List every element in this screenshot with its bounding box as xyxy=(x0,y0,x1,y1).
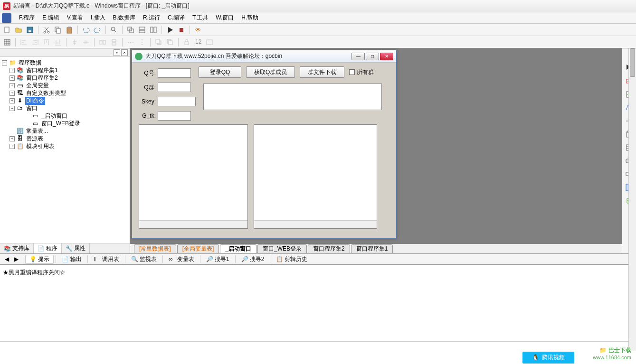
align-left-button[interactable] xyxy=(19,37,29,47)
expander-icon[interactable]: + xyxy=(9,75,15,81)
align-right-button[interactable] xyxy=(30,37,40,47)
cut-button[interactable] xyxy=(41,25,52,35)
dtab-progset1[interactable]: 窗口程序集1 xyxy=(351,244,393,253)
open-file-button[interactable] xyxy=(13,25,24,35)
btab-calltable[interactable]: ⫴调用表 xyxy=(90,255,123,263)
find-button[interactable] xyxy=(109,25,119,35)
tencent-video-button[interactable]: 🐧 腾讯视频 xyxy=(522,352,574,364)
expander-icon[interactable]: + xyxy=(9,83,15,88)
dtab-global[interactable]: [全局变量表] xyxy=(177,244,219,253)
window-tile-v-button[interactable] xyxy=(148,25,159,35)
lock-button[interactable] xyxy=(181,37,192,47)
nav-prev-button[interactable]: ◀ xyxy=(2,254,11,264)
expander-icon[interactable]: + xyxy=(9,91,15,96)
paste-button[interactable] xyxy=(64,25,75,35)
dtab-start-window[interactable]: _启动窗口 xyxy=(220,244,256,253)
tree-item-start-window[interactable]: ▭ _启动窗口 xyxy=(2,112,128,120)
project-tree[interactable]: − 📁 程序数据 + 📚 窗口程序集1 + 📚 窗口程序集2 + 🗃 全局变量 … xyxy=(0,57,130,243)
dtab-progset2[interactable]: 窗口程序集2 xyxy=(308,244,350,253)
dtab-const[interactable]: [常里数据表] xyxy=(134,244,176,253)
menu-run[interactable]: R.运行 xyxy=(139,13,164,23)
tree-item-dll[interactable]: + ⬇ Dll命令 xyxy=(2,97,128,104)
distribute-h-button[interactable] xyxy=(125,37,136,47)
debug-button[interactable]: 👁 xyxy=(193,25,203,35)
expander-icon[interactable]: + xyxy=(9,98,15,103)
tree-item-web-login[interactable]: ▭ 窗口_WEB登录 xyxy=(2,120,128,127)
window-cascade-button[interactable] xyxy=(125,25,136,35)
expander-icon[interactable]: + xyxy=(9,144,15,149)
center-h-button[interactable] xyxy=(69,37,80,47)
all-groups-checkbox[interactable] xyxy=(349,69,355,75)
new-file-button[interactable] xyxy=(2,25,12,35)
expander-icon[interactable]: − xyxy=(9,106,15,111)
send-back-button[interactable] xyxy=(165,37,175,47)
tree-item-progset1[interactable]: + 📚 窗口程序集1 xyxy=(2,66,128,74)
menu-insert[interactable]: I.插入 xyxy=(87,13,109,23)
redo-button[interactable] xyxy=(92,25,103,35)
output-panel[interactable]: ★黑月重编译程序关闭☆ xyxy=(0,265,636,342)
tree-item-module[interactable]: + 📋 模块引用表 xyxy=(2,142,128,150)
menu-edit[interactable]: E.编辑 xyxy=(38,13,63,23)
center-v-button[interactable] xyxy=(81,37,91,47)
window-tile-h-button[interactable] xyxy=(137,25,147,35)
tab-property[interactable]: 🔧 属性 xyxy=(62,243,90,253)
btab-search1[interactable]: 🔎搜寻1 xyxy=(202,255,233,263)
btab-watch[interactable]: 🔍监视表 xyxy=(127,255,161,263)
menu-help[interactable]: H.帮助 xyxy=(237,13,262,23)
get-members-button[interactable]: 获取Q群成员 xyxy=(246,66,295,78)
save-button[interactable] xyxy=(25,25,35,35)
login-qq-button[interactable]: 登录QQ xyxy=(199,66,241,78)
tree-item-progset2[interactable]: + 📚 窗口程序集2 xyxy=(2,74,128,82)
menu-database[interactable]: B.数据库 xyxy=(109,13,139,23)
tree-item-global[interactable]: + 🗃 全局变量 xyxy=(2,82,128,89)
listbox-right[interactable] xyxy=(254,124,377,229)
copy-button[interactable] xyxy=(53,25,63,35)
minimize-button[interactable]: — xyxy=(351,53,365,60)
input-gtk[interactable] xyxy=(158,111,191,121)
input-skey[interactable] xyxy=(158,97,196,106)
tab-support-lib[interactable]: 📚 支持库 xyxy=(0,243,34,253)
close-button[interactable]: ✕ xyxy=(380,53,393,60)
bring-front-button[interactable] xyxy=(153,37,164,47)
form-body[interactable]: Q号: Q群: Skey: G_tk: xyxy=(132,63,396,238)
tree-item-windows[interactable]: − 🗂 窗口 xyxy=(2,104,128,112)
textarea-main[interactable] xyxy=(203,84,382,110)
group-files-button[interactable]: 群文件下载 xyxy=(300,66,344,78)
align-bottom-button[interactable] xyxy=(53,37,63,47)
design-area[interactable]: 大刀QQ群下载 www.52pojie.cn 吾爱破解论坛：gocbin — □… xyxy=(130,48,622,253)
scrollbar-thumb[interactable] xyxy=(630,48,635,77)
tree-root[interactable]: − 📁 程序数据 xyxy=(2,59,128,66)
listbox-left[interactable] xyxy=(139,124,248,229)
menu-tools[interactable]: T.工具 xyxy=(189,13,212,23)
input-qq[interactable] xyxy=(158,68,191,78)
nav-next-button[interactable]: ▶ xyxy=(11,254,21,264)
expander-icon[interactable]: + xyxy=(9,68,15,73)
tab-order-button[interactable]: 123 xyxy=(193,37,203,47)
menu-window[interactable]: W.窗口 xyxy=(212,13,237,23)
vertical-scrollbar[interactable] xyxy=(628,48,636,351)
dtab-web-login[interactable]: 窗口_WEB登录 xyxy=(257,244,307,253)
run-button[interactable] xyxy=(165,25,175,35)
btab-search2[interactable]: 🔎搜寻2 xyxy=(237,255,268,263)
same-height-button[interactable] xyxy=(109,37,119,47)
expander-icon[interactable]: + xyxy=(9,136,15,141)
form-designer-window[interactable]: 大刀QQ群下载 www.52pojie.cn 吾爱破解论坛：gocbin — □… xyxy=(132,50,397,239)
panel-pin-button[interactable]: ▫ xyxy=(114,49,120,56)
distribute-v-button[interactable] xyxy=(137,37,147,47)
panel-close-button[interactable]: × xyxy=(121,49,128,56)
form-titlebar[interactable]: 大刀QQ群下载 www.52pojie.cn 吾爱破解论坛：gocbin — □… xyxy=(132,50,396,63)
btab-clipboard[interactable]: 📋剪辑历史 xyxy=(272,255,311,263)
menu-compile[interactable]: C.编译 xyxy=(164,13,189,23)
align-top-button[interactable] xyxy=(41,37,52,47)
btab-vartable[interactable]: ∞变量表 xyxy=(165,255,198,263)
expander-icon[interactable]: − xyxy=(2,60,7,65)
test-button[interactable] xyxy=(204,37,215,47)
same-width-button[interactable] xyxy=(97,37,108,47)
tab-program[interactable]: 📄 程序 xyxy=(34,243,62,253)
undo-button[interactable] xyxy=(81,25,91,35)
maximize-button[interactable]: □ xyxy=(366,53,379,60)
grid-toggle-button[interactable] xyxy=(2,37,12,47)
input-qgroup[interactable] xyxy=(158,83,191,92)
tree-item-const[interactable]: 🔢 常量表... xyxy=(2,127,128,135)
menu-view[interactable]: V.查看 xyxy=(63,13,87,23)
